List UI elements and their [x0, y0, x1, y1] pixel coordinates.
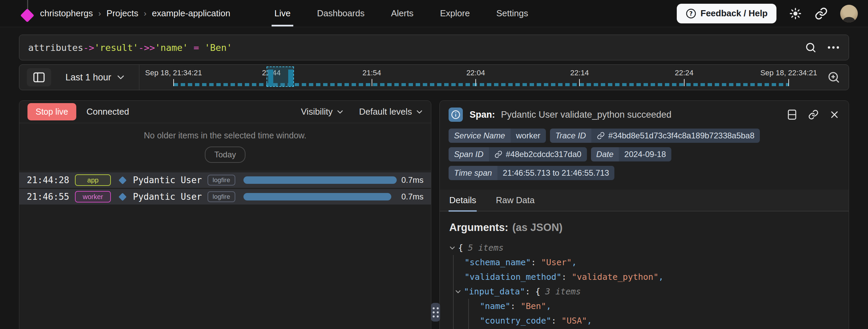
- nav-tab-dashboards[interactable]: Dashboards: [317, 0, 364, 27]
- chip-trace-id[interactable]: Trace ID #34bd8e51d73c3f4c8a189b72338a5b…: [550, 129, 760, 143]
- tab-raw-data[interactable]: Raw Data: [495, 190, 535, 211]
- default-levels-label: Default levels: [359, 107, 412, 117]
- query-token: ->: [83, 42, 95, 53]
- live-log-header: Stop live Connected Visibility Default l…: [19, 101, 431, 123]
- service-badge: worker: [75, 191, 111, 202]
- query-token: 'name': [155, 42, 188, 53]
- json-entry: "validation_method": "validate_python",: [465, 270, 840, 284]
- json-value: "USA": [561, 316, 587, 326]
- json-items-count: 5 items: [468, 243, 504, 253]
- split-view-icon[interactable]: [787, 109, 797, 120]
- details-content: Arguments:(as JSON) {5 items "schema_nam…: [440, 211, 849, 329]
- share-link-icon[interactable]: [814, 7, 828, 20]
- log-row[interactable]: 21:44:28 app Pydantic User logfire 0.7ms: [19, 172, 431, 188]
- json-entry: "name": "Ben",: [480, 299, 840, 313]
- duration-label: 0.7ms: [401, 192, 423, 201]
- span-metadata-chips: Service Name worker Trace ID #34bd8e51d7…: [440, 122, 849, 180]
- copy-link-icon[interactable]: [808, 109, 819, 120]
- default-levels-dropdown[interactable]: Default levels: [359, 107, 423, 117]
- service-badge: app: [75, 174, 111, 186]
- scope-badge: logfire: [208, 175, 235, 186]
- span-diamond-icon: [118, 176, 126, 184]
- info-icon: [449, 108, 463, 122]
- chip-span-id[interactable]: Span ID #48eb2cdcdc317da0: [449, 147, 587, 161]
- query-bar[interactable]: attributes->'result'->>'name' = 'Ben': [19, 35, 849, 60]
- breadcrumb-separator: ›: [98, 9, 101, 18]
- duration-bar: [243, 176, 397, 184]
- top-nav: christophergs › Projects › example-appli…: [0, 0, 868, 27]
- nav-tab-live[interactable]: Live: [274, 0, 291, 27]
- query-token: 'Ben': [204, 42, 232, 53]
- json-brace: {: [535, 287, 540, 296]
- json-entry: "country_code": "USA",: [480, 313, 840, 328]
- more-options-icon[interactable]: [827, 45, 840, 50]
- breadcrumb-org[interactable]: christophergs: [40, 8, 93, 19]
- json-colon: :: [531, 257, 541, 267]
- empty-state: No older items in the selected time wind…: [19, 123, 431, 171]
- query-token: 'result': [94, 42, 138, 53]
- duration-label: 0.7ms: [401, 175, 423, 185]
- log-row[interactable]: 21:46:55 worker Pydantic User logfire 0.…: [19, 189, 431, 205]
- breadcrumb-projects[interactable]: Projects: [106, 8, 138, 19]
- logfire-logo[interactable]: [19, 0, 37, 27]
- json-entry-input-data[interactable]: "input_data": {3 items: [455, 284, 840, 299]
- chip-label: Date: [591, 147, 619, 161]
- chip-time-span: Time span 21:46:55.713 to 21:46:55.713: [449, 166, 614, 180]
- chip-value: 2024-09-18: [619, 147, 671, 161]
- breadcrumb-separator: ›: [144, 9, 146, 18]
- time-range-bar: Last 1 hour Sep 18, 21:34:2121:4421:5422…: [19, 64, 849, 90]
- query-token: =: [188, 42, 204, 53]
- json-value: "validate_python": [572, 272, 658, 282]
- chip-value: #34bd8e51d73c3f4c8a189b72338a5ba8: [591, 129, 760, 143]
- json-colon: :: [510, 301, 520, 311]
- search-icon[interactable]: [805, 41, 817, 54]
- zoom-in-icon[interactable]: [825, 70, 843, 84]
- panel-resize-handle[interactable]: [431, 303, 440, 322]
- json-value: "User": [541, 257, 572, 267]
- visibility-label: Visibility: [301, 107, 332, 117]
- timeline-histogram-bar: [268, 70, 273, 86]
- nav-tab-alerts[interactable]: Alerts: [391, 0, 413, 27]
- tab-details[interactable]: Details: [449, 190, 477, 211]
- theme-toggle-sun-icon[interactable]: [789, 7, 802, 20]
- json-tree: {5 items "schema_name": "User", "validat…: [449, 240, 840, 329]
- json-key: "validation_method": [465, 272, 561, 282]
- nav-tabs: Live Dashboards Alerts Explore Settings: [274, 0, 528, 27]
- feedback-help-button[interactable]: ? Feedback / Help: [677, 4, 776, 23]
- query-input[interactable]: attributes->'result'->>'name' = 'Ben': [28, 42, 232, 53]
- json-root-line[interactable]: {5 items: [449, 240, 840, 255]
- question-circle-icon: ?: [686, 8, 696, 19]
- close-icon[interactable]: [830, 110, 839, 119]
- detail-tabs: Details Raw Data: [440, 190, 849, 211]
- time-range-dropdown[interactable]: Last 1 hour: [65, 72, 125, 83]
- breadcrumb: christophergs › Projects › example-appli…: [40, 8, 230, 19]
- trace-id-value: #34bd8e51d73c3f4c8a189b72338a5ba8: [608, 131, 754, 140]
- json-comma: ,: [572, 257, 577, 267]
- json-key: "country_code": [480, 316, 551, 326]
- span-title: Span: Pydantic User validate_python succ…: [470, 110, 671, 120]
- span-name: Pydantic User: [133, 192, 205, 202]
- collapse-chevron-icon[interactable]: [455, 289, 461, 294]
- json-key: "name": [480, 301, 510, 311]
- json-items-count: 3 items: [545, 287, 581, 296]
- timeline-plot[interactable]: Sep 18, 21:34:2121:4421:5422:0422:1422:2…: [139, 65, 823, 90]
- chip-service-name: Service Name worker: [449, 129, 546, 143]
- link-icon: [494, 150, 502, 158]
- today-button[interactable]: Today: [205, 147, 245, 163]
- arguments-suffix: (as JSON): [512, 221, 563, 233]
- stop-live-button[interactable]: Stop live: [27, 103, 76, 120]
- breadcrumb-project[interactable]: example-application: [152, 8, 230, 19]
- sidebar-toggle-icon[interactable]: [27, 68, 51, 86]
- chevron-down-icon: [337, 110, 343, 114]
- json-colon: :: [561, 272, 572, 282]
- visibility-dropdown[interactable]: Visibility: [301, 107, 343, 117]
- collapse-chevron-icon[interactable]: [449, 246, 455, 250]
- user-avatar[interactable]: [840, 5, 858, 22]
- chip-label: Time span: [449, 166, 497, 180]
- nav-tab-explore[interactable]: Explore: [440, 0, 470, 27]
- feedback-help-label: Feedback / Help: [701, 8, 768, 19]
- nav-tab-settings[interactable]: Settings: [496, 0, 528, 27]
- log-timestamp: 21:46:55: [27, 192, 72, 202]
- arguments-heading: Arguments:(as JSON): [449, 221, 840, 234]
- connection-status: Connected: [86, 107, 129, 117]
